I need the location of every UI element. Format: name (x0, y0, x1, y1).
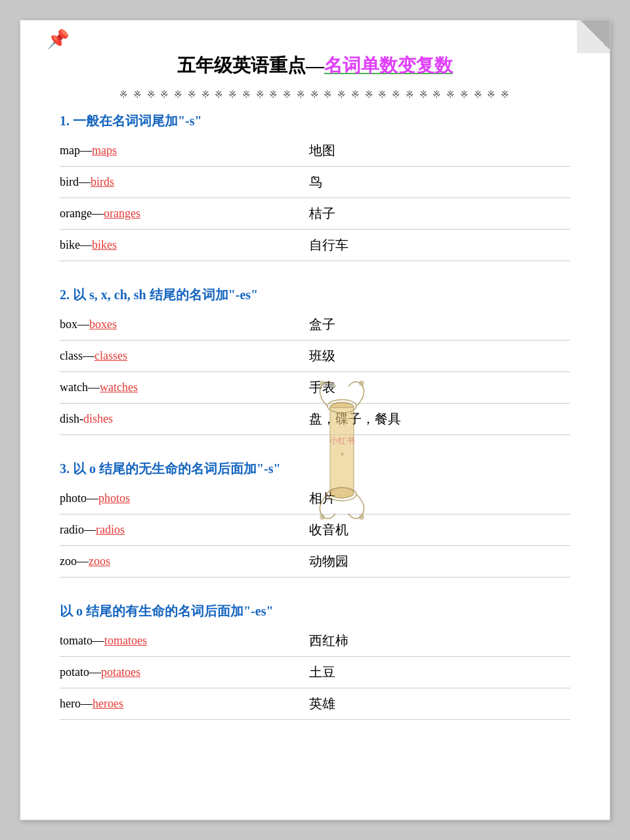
word-row: radio—radios 收音机 (60, 514, 570, 546)
plural: boxes (89, 318, 117, 331)
word-chinese: 英雄 (309, 695, 335, 713)
word-left: map—maps (60, 144, 309, 158)
word-chinese: 土豆 (309, 663, 335, 681)
word-row: tomato—tomatoes 西红柿 (60, 625, 570, 657)
word-left: class—classes (60, 349, 309, 363)
page-title: 五年级英语重点—名词单数变复数 (60, 53, 570, 78)
word-chinese: 手表 (309, 379, 335, 396)
plural: tomatoes (104, 634, 147, 647)
word-left: potato—potatoes (60, 665, 309, 679)
main-page: 📌 五年级英语重点—名词单数变复数 ※ ※ ※ ※ ※ ※ ※ ※ ※ ※ ※ … (20, 20, 610, 820)
plural: watches (100, 381, 138, 394)
plural: dishes (83, 412, 113, 425)
plural: classes (94, 349, 127, 362)
word-left: photo—photos (60, 492, 309, 505)
word-left: bird—birds (60, 175, 309, 189)
word-row: map—maps 地图 (60, 135, 570, 167)
plural: potatoes (101, 665, 140, 679)
word-chinese: 桔子 (309, 205, 335, 222)
word-row: zoo—zoos 动物园 (60, 546, 570, 578)
word-chinese: 收音机 (309, 521, 348, 539)
corner-fold (577, 20, 610, 53)
plural: birds (91, 175, 114, 188)
title-highlight: 名词单数变复数 (324, 55, 453, 75)
word-row: bike—bikes 自行车 (60, 230, 570, 261)
word-chinese: 动物园 (309, 553, 348, 570)
word-left: bike—bikes (60, 238, 309, 252)
plural: radios (96, 523, 125, 536)
pin-icon: 📌 (47, 28, 70, 50)
word-row: dish-dishes 盘，碟子，餐具 (60, 404, 570, 435)
plural: zoos (89, 555, 110, 568)
word-chinese: 班级 (309, 347, 335, 365)
plural: maps (92, 144, 117, 157)
divider: ※ ※ ※ ※ ※ ※ ※ ※ ※ ※ ※ ※ ※ ※ ※ ※ ※ ※ ※ ※ … (60, 89, 570, 100)
word-left: tomato—tomatoes (60, 634, 309, 648)
section3-title: 3. 以 o 结尾的无生命的名词后面加"-s" (60, 460, 570, 478)
plural: heroes (93, 697, 123, 710)
plural: oranges (104, 207, 140, 220)
section4-title: 以 o 结尾的有生命的名词后面加"-es" (60, 602, 570, 620)
word-row: box—boxes 盒子 (60, 309, 570, 341)
word-row: bird—birds 鸟 (60, 167, 570, 198)
word-left: dish-dishes (60, 412, 309, 426)
word-row: potato—potatoes 土豆 (60, 657, 570, 688)
word-chinese: 地图 (309, 142, 335, 159)
word-row: photo—photos 相片 (60, 483, 570, 514)
word-chinese: 相片 (309, 490, 335, 507)
svg-text:✦: ✦ (339, 450, 345, 458)
word-chinese: 自行车 (309, 236, 348, 254)
word-left: box—boxes (60, 318, 309, 331)
word-left: watch—watches (60, 381, 309, 394)
plural: bikes (92, 238, 117, 251)
word-left: zoo—zoos (60, 555, 309, 568)
word-chinese: 盒子 (309, 316, 335, 333)
word-row: hero—heroes 英雄 (60, 688, 570, 720)
word-left: orange—oranges (60, 207, 309, 220)
word-left: hero—heroes (60, 697, 309, 711)
word-left: radio—radios (60, 523, 309, 537)
word-chinese: 鸟 (309, 173, 322, 191)
word-row: class—classes 班级 (60, 341, 570, 372)
word-chinese: 盘，碟子，餐具 (309, 410, 401, 428)
word-row: orange—oranges 桔子 (60, 198, 570, 230)
title-prefix: 五年级英语重点— (177, 55, 324, 75)
word-chinese: 西红柿 (309, 632, 348, 650)
section2-title: 2. 以 s, x, ch, sh 结尾的名词加"-es" (60, 286, 570, 304)
plural: photos (98, 492, 130, 505)
section1-title: 1. 一般在名词词尾加"-s" (60, 112, 570, 130)
word-row: watch—watches 手表 (60, 372, 570, 404)
